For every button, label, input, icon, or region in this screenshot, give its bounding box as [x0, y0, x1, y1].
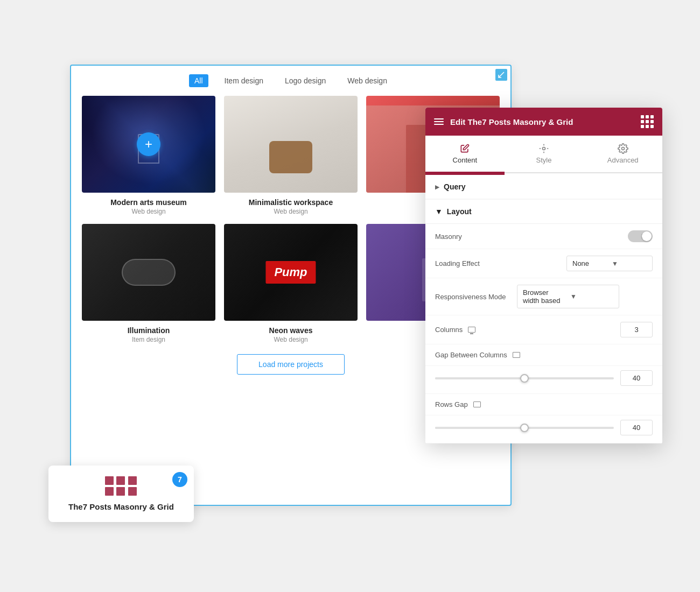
svg-point-1 [621, 147, 624, 150]
gap-columns-thumb[interactable] [520, 374, 529, 383]
rows-gap-thumb[interactable] [520, 424, 529, 432]
panel-tabs: Content Style Advanced [425, 136, 662, 173]
portfolio-title-2: Minimalistic workspace [224, 198, 358, 207]
layout-section: ▼ Layout Masonry NO Lo [425, 200, 662, 443]
query-section-header[interactable]: ▶ Query [425, 175, 662, 199]
portfolio-title-4: Illumination [82, 326, 215, 335]
rows-gap-slider-row: 40 [425, 415, 662, 443]
responsiveness-mode-value: Browser width based [523, 288, 566, 305]
columns-input[interactable]: 3 [620, 322, 653, 337]
filter-tab-item-design[interactable]: Item design [219, 74, 269, 87]
widget-card: 7 The7 Posts Masonry & Grid [48, 466, 194, 522]
add-content-button[interactable]: + [137, 132, 160, 156]
toggle-knob [642, 231, 652, 241]
grid-cell-5 [116, 487, 125, 496]
grid-cell-1 [105, 476, 114, 485]
grid-cell-6 [128, 487, 137, 496]
layout-label: Layout [447, 207, 472, 216]
portfolio-item-1: + Modern arts museum Web design [82, 96, 215, 215]
filter-tab-web-design[interactable]: Web design [342, 74, 393, 87]
main-container: All Item design Logo design Web design +… [38, 38, 662, 554]
widget-icon-grid [105, 476, 137, 496]
filter-tab-logo-design[interactable]: Logo design [279, 74, 331, 87]
portfolio-item-5: Pump Neon waves Web design [224, 224, 358, 343]
portfolio-img-5[interactable]: Pump [224, 224, 358, 321]
resize-icon[interactable] [495, 69, 507, 81]
widget-badge: 7 [172, 472, 187, 487]
gap-columns-slider-row: 40 [425, 366, 662, 394]
svg-point-0 [543, 147, 545, 150]
gap-columns-row: Gap Between Columns [425, 344, 662, 366]
portfolio-cat-1: Web design [82, 208, 215, 215]
loading-effect-label: Loading Effect [435, 259, 510, 267]
rows-gap-monitor-icon [473, 401, 481, 407]
rows-gap-slider[interactable] [435, 427, 614, 429]
load-more-container: Load more projects [237, 354, 345, 375]
portfolio-cat-2: Web design [224, 208, 358, 215]
tab-content[interactable]: Content [425, 136, 505, 173]
layout-section-body: Masonry NO Loading Effect None ▼ [425, 224, 662, 443]
loading-effect-dropdown[interactable]: None ▼ [566, 256, 653, 271]
tab-content-label: Content [453, 156, 478, 164]
columns-row: Columns 3 [425, 315, 662, 344]
query-section: ▶ Query [425, 175, 662, 199]
portfolio-cat-4: Item design [82, 336, 215, 343]
portfolio-title-1: Modern arts museum [82, 198, 215, 207]
responsiveness-mode-label: Responsiveness Mode [435, 293, 510, 301]
query-label: Query [444, 182, 465, 191]
query-arrow-icon: ▶ [435, 184, 439, 190]
grid-cell-4 [105, 487, 114, 496]
widget-title: The7 Posts Masonry & Grid [59, 502, 183, 511]
masonry-row: Masonry NO [425, 224, 662, 249]
loading-effect-row: Loading Effect None ▼ [425, 249, 662, 278]
filter-tab-all[interactable]: All [189, 74, 208, 87]
loading-effect-chevron-icon: ▼ [612, 260, 647, 267]
grid-cell-2 [116, 476, 125, 485]
tab-advanced-label: Advanced [607, 156, 639, 164]
gap-columns-monitor-icon [513, 352, 520, 358]
gap-columns-slider[interactable] [435, 377, 614, 379]
columns-monitor-icon [468, 327, 475, 333]
portfolio-title-5: Neon waves [224, 326, 358, 335]
responsiveness-mode-dropdown[interactable]: Browser width based ▼ [517, 285, 619, 308]
grid-menu-icon[interactable] [641, 115, 654, 128]
gap-columns-label: Gap Between Columns [435, 351, 520, 359]
portfolio-img-1[interactable]: + [82, 96, 215, 193]
panel-body: ▶ Query ▼ Layout Masonry NO [425, 175, 662, 443]
layout-section-header[interactable]: ▼ Layout [425, 200, 662, 224]
portfolio-item-2: Minimalistic workspace Web design [224, 96, 358, 215]
portfolio-img-4[interactable] [82, 224, 215, 321]
hamburger-menu-icon[interactable] [434, 118, 444, 125]
loading-effect-value: None [572, 259, 607, 267]
columns-label: Columns [435, 326, 510, 334]
neon-sign: Pump [265, 261, 316, 284]
rows-gap-input[interactable]: 40 [620, 420, 653, 435]
filter-tabs: All Item design Logo design Web design [71, 66, 510, 96]
tab-style[interactable]: Style [505, 136, 584, 172]
portfolio-item-4: Illumination Item design [82, 224, 215, 343]
grid-cell-3 [128, 476, 137, 485]
panel-header: Edit The7 Posts Masonry & Grid [425, 108, 662, 136]
rows-gap-row: Rows Gap [425, 394, 662, 415]
tab-advanced[interactable]: Advanced [583, 136, 662, 172]
responsiveness-mode-row: Responsiveness Mode Browser width based … [425, 278, 662, 315]
load-more-button[interactable]: Load more projects [237, 354, 345, 375]
tab-style-label: Style [536, 156, 552, 164]
rows-gap-label: Rows Gap [435, 400, 510, 408]
layout-arrow-icon: ▼ [435, 207, 443, 216]
portfolio-img-2[interactable] [224, 96, 358, 193]
masonry-label: Masonry [435, 232, 510, 241]
edit-panel: Edit The7 Posts Masonry & Grid Content [425, 108, 662, 443]
responsiveness-chevron-icon: ▼ [570, 293, 613, 300]
masonry-toggle[interactable]: NO [628, 230, 653, 242]
portfolio-cat-5: Web design [224, 336, 358, 343]
gap-columns-input[interactable]: 40 [620, 370, 653, 386]
panel-title: Edit The7 Posts Masonry & Grid [450, 117, 634, 126]
